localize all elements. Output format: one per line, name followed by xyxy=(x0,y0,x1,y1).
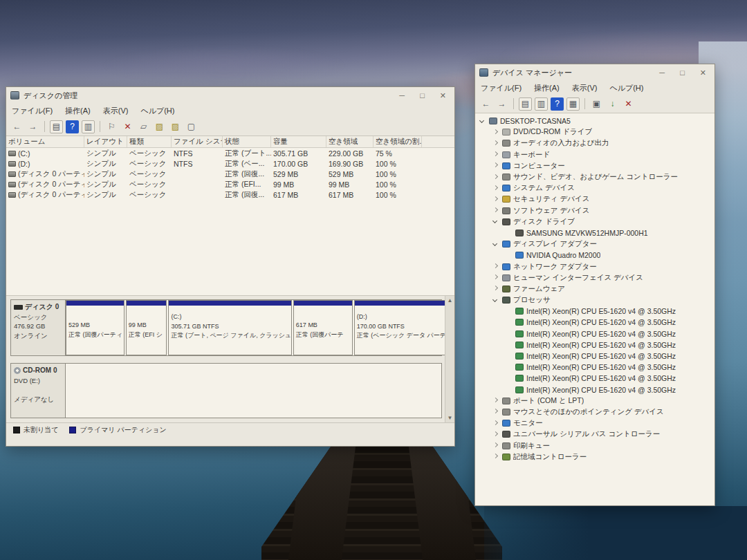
tree-item[interactable]: Intel(R) Xeon(R) CPU E5-1620 v4 @ 3.50GH… xyxy=(475,317,714,328)
maximize-button[interactable]: □ xyxy=(680,69,685,77)
scan-hardware-icon[interactable]: ▣ xyxy=(590,97,603,111)
expander-icon[interactable] xyxy=(479,118,486,125)
menu-item[interactable]: 表示(V) xyxy=(103,106,129,116)
column-header[interactable]: 空き領域の割... xyxy=(374,136,422,147)
column-header[interactable]: レイアウト xyxy=(84,136,127,147)
table-row[interactable]: (D:)シンプルベーシックNTFS正常 (ベー...170.00 GB169.9… xyxy=(6,158,454,169)
column-header[interactable]: 容量 xyxy=(271,136,326,147)
table-row[interactable]: (ディスク 0 パーティシ...シンプルベーシック正常 (回復...529 MB… xyxy=(6,169,454,179)
expander-icon[interactable] xyxy=(492,397,499,404)
tree-item[interactable]: ファームウェア xyxy=(475,283,714,295)
expander-icon[interactable] xyxy=(492,174,499,181)
tree-item[interactable]: ポート (COM と LPT) xyxy=(475,395,714,407)
close-button[interactable]: ✕ xyxy=(440,92,446,100)
format-icon[interactable]: ▱ xyxy=(137,120,150,133)
table-row[interactable]: (ディスク 0 パーティシ...シンプルベーシック正常 (EFI...99 MB… xyxy=(6,179,454,189)
menu-item[interactable]: 操作(A) xyxy=(65,106,91,116)
expander-icon[interactable] xyxy=(492,285,499,292)
menu-item[interactable]: ファイル(F) xyxy=(12,106,53,116)
partition-box[interactable]: 99 MB正常 (EFI シ xyxy=(126,300,167,355)
forward-icon[interactable]: → xyxy=(495,97,508,111)
tree-item[interactable]: マウスとそのほかのポインティング デバイス xyxy=(475,407,714,418)
partition-box[interactable]: 529 MB正常 (回復パーティ xyxy=(66,300,124,355)
expander-icon[interactable] xyxy=(492,263,499,270)
folder-explore-icon[interactable]: ▨ xyxy=(169,120,182,133)
tree-item[interactable]: ヒューマン インターフェイス デバイス xyxy=(475,272,714,283)
tree-item[interactable]: セキュリティ デバイス xyxy=(475,194,714,205)
properties-icon[interactable]: ▥ xyxy=(535,97,548,111)
back-icon[interactable]: ← xyxy=(479,97,492,111)
tree-item[interactable]: DESKTOP-TCASNA5 xyxy=(475,115,714,127)
tree-item[interactable]: ディスク ドライブ xyxy=(475,216,714,227)
refresh-icon[interactable]: ▦ xyxy=(566,97,580,111)
tree-item[interactable]: Intel(R) Xeon(R) CPU E5-1620 v4 @ 3.50GH… xyxy=(475,328,714,339)
panel-view-icon[interactable]: ▤ xyxy=(519,97,532,111)
scroll-up-icon[interactable]: ▲ xyxy=(448,297,453,304)
menu-item[interactable]: 表示(V) xyxy=(572,83,598,93)
cdrom-label[interactable]: CD-ROM 0 DVD (E:) メディアなし xyxy=(11,364,66,418)
properties-icon[interactable]: ▥ xyxy=(82,120,95,133)
tree-item[interactable]: キーボード xyxy=(475,149,714,160)
device-tree[interactable]: DESKTOP-TCASNA5DVD/CD-ROM ドライブオーディオの入力およ… xyxy=(475,113,714,505)
device-manager-titlebar[interactable]: デバイス マネージャー ─ □ ✕ xyxy=(475,64,714,81)
forward-icon[interactable]: → xyxy=(26,120,39,133)
expander-icon[interactable] xyxy=(492,297,499,304)
back-icon[interactable]: ← xyxy=(10,120,24,133)
menu-item[interactable]: ファイル(F) xyxy=(481,83,522,93)
close-button[interactable]: ✕ xyxy=(700,69,706,77)
table-row[interactable]: (ディスク 0 パーティシ...シンプルベーシック正常 (回復...617 MB… xyxy=(6,189,454,200)
expander-icon[interactable] xyxy=(492,129,499,136)
table-row[interactable]: (C:)シンプルベーシックNTFS正常 (ブート...305.71 GB229.… xyxy=(6,148,454,158)
column-header[interactable]: 種類 xyxy=(127,136,172,147)
partition-box[interactable]: 617 MB正常 (回復パーテ xyxy=(293,300,353,355)
tree-item[interactable]: サウンド、ビデオ、およびゲーム コントローラー xyxy=(475,171,714,183)
folder-open-icon[interactable]: ▨ xyxy=(153,120,166,133)
expander-icon[interactable] xyxy=(492,431,499,438)
tree-item[interactable]: コンピューター xyxy=(475,160,714,171)
tree-item[interactable]: DVD/CD-ROM ドライブ xyxy=(475,127,714,138)
tree-item[interactable]: 記憶域コントローラー xyxy=(475,451,714,463)
expander-icon[interactable] xyxy=(492,442,499,449)
menu-item[interactable]: 操作(A) xyxy=(534,83,560,93)
volume-list[interactable]: ボリュームレイアウト種類ファイル システム状態容量空き領域空き領域の割... (… xyxy=(6,136,454,296)
tree-item[interactable]: ソフトウェア デバイス xyxy=(475,205,714,216)
expander-icon[interactable] xyxy=(492,218,499,225)
maximize-button[interactable]: □ xyxy=(420,92,425,100)
disk-management-titlebar[interactable]: ディスクの管理 ─ □ ✕ xyxy=(6,87,454,104)
help-icon[interactable]: ? xyxy=(551,97,564,111)
expander-icon[interactable] xyxy=(492,140,499,147)
tree-item[interactable]: ディスプレイ アダプター xyxy=(475,239,714,250)
minimize-button[interactable]: ─ xyxy=(399,92,405,100)
tree-item[interactable]: Intel(R) Xeon(R) CPU E5-1620 v4 @ 3.50GH… xyxy=(475,351,714,362)
tree-item[interactable]: Intel(R) Xeon(R) CPU E5-1620 v4 @ 3.50GH… xyxy=(475,306,714,317)
vertical-scrollbar[interactable]: ▲ ▼ xyxy=(445,296,454,422)
expander-icon[interactable] xyxy=(492,162,499,169)
action-flag-icon[interactable]: ⚐ xyxy=(105,120,118,133)
tree-item[interactable]: オーディオの入力および出力 xyxy=(475,138,714,149)
menu-item[interactable]: ヘルプ(H) xyxy=(609,83,643,93)
scroll-down-icon[interactable]: ▼ xyxy=(448,415,453,421)
info-icon[interactable]: ▢ xyxy=(185,120,198,133)
expander-icon[interactable] xyxy=(492,274,499,281)
tree-item[interactable]: ネットワーク アダプター xyxy=(475,261,714,272)
update-driver-icon[interactable]: ↓ xyxy=(606,97,619,111)
tree-item[interactable]: Intel(R) Xeon(R) CPU E5-1620 v4 @ 3.50GH… xyxy=(475,384,714,395)
expander-icon[interactable] xyxy=(492,241,499,248)
tree-item[interactable]: Intel(R) Xeon(R) CPU E5-1620 v4 @ 3.50GH… xyxy=(475,373,714,384)
tree-item[interactable]: ユニバーサル シリアル バス コントローラー xyxy=(475,429,714,440)
expander-icon[interactable] xyxy=(492,420,499,427)
tree-item[interactable]: システム デバイス xyxy=(475,183,714,194)
tree-item[interactable]: Intel(R) Xeon(R) CPU E5-1620 v4 @ 3.50GH… xyxy=(475,362,714,373)
expander-icon[interactable] xyxy=(492,453,499,460)
uninstall-device-icon[interactable]: ✕ xyxy=(622,97,635,111)
expander-icon[interactable] xyxy=(492,185,499,192)
minimize-button[interactable]: ─ xyxy=(659,69,665,77)
column-header[interactable]: ファイル システム xyxy=(172,136,223,147)
expander-icon[interactable] xyxy=(492,196,499,203)
menu-item[interactable]: ヘルプ(H) xyxy=(140,106,174,116)
tree-item[interactable]: プロセッサ xyxy=(475,295,714,306)
column-header[interactable]: 状態 xyxy=(223,136,271,147)
help-icon[interactable]: ? xyxy=(66,120,79,133)
expander-icon[interactable] xyxy=(492,151,499,158)
disk0-label[interactable]: ディスク 0 ベーシック 476.92 GB オンライン xyxy=(11,300,66,355)
